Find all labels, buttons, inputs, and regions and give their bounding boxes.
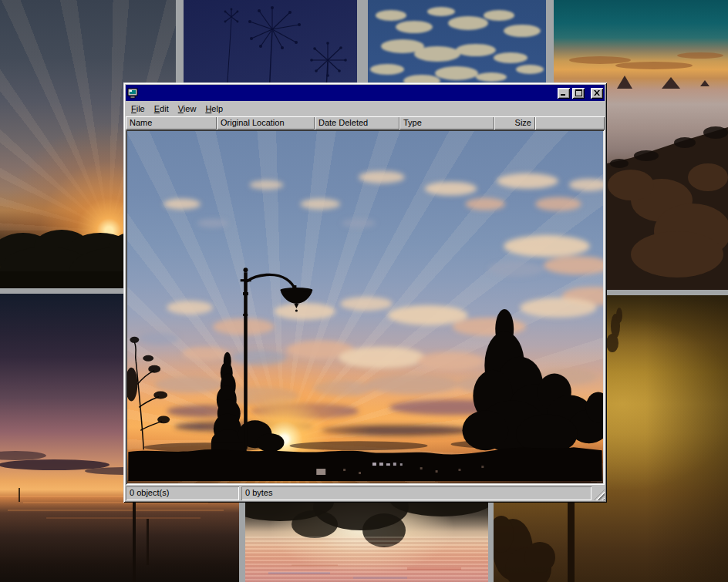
- minimize-icon: [561, 90, 567, 96]
- resize-grip[interactable]: [594, 489, 605, 500]
- status-bar: 0 object(s) 0 bytes: [126, 486, 605, 500]
- foreground-silhouette: [128, 447, 602, 481]
- menu-bar: File Edit View Help: [126, 101, 605, 116]
- status-object-count: 0 object(s): [126, 486, 239, 500]
- menu-file[interactable]: File: [126, 103, 150, 115]
- minimize-button[interactable]: [558, 88, 570, 99]
- column-header-type[interactable]: Type: [399, 116, 494, 130]
- column-header-date-deleted[interactable]: Date Deleted: [315, 116, 399, 130]
- menu-help[interactable]: Help: [201, 103, 228, 115]
- right-trees-silhouette: [462, 309, 603, 454]
- title-bar[interactable]: [126, 85, 605, 101]
- sunset-street-lamp-photo: [127, 131, 603, 483]
- photo-silhouettes: [127, 131, 603, 483]
- maximize-button[interactable]: [572, 88, 585, 99]
- column-header-original-location[interactable]: Original Location: [217, 116, 315, 130]
- maximize-icon: [575, 89, 582, 96]
- water-ripples: [245, 537, 488, 582]
- menu-edit[interactable]: Edit: [150, 103, 174, 115]
- file-list-area[interactable]: [126, 130, 605, 485]
- close-icon: [594, 90, 600, 96]
- column-header-filler: [535, 116, 605, 130]
- status-byte-count: 0 bytes: [241, 486, 592, 500]
- column-headers: Name Original Location Date Deleted Type…: [126, 116, 605, 130]
- column-header-name[interactable]: Name: [126, 116, 217, 130]
- menu-view[interactable]: View: [174, 103, 201, 115]
- computer-icon: [127, 88, 138, 99]
- column-header-size[interactable]: Size: [494, 116, 535, 130]
- close-button[interactable]: [591, 88, 603, 99]
- cypress-tree-silhouette: [211, 352, 285, 454]
- recycle-bin-window: File Edit View Help Name Original Locati…: [123, 82, 607, 503]
